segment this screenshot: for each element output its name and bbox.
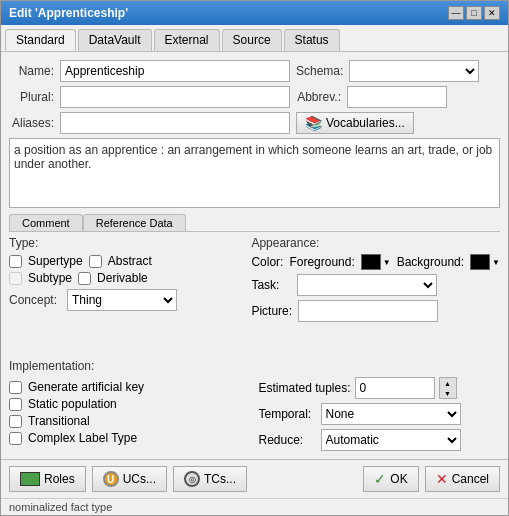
title-bar: Edit 'Apprenticeship' — □ ✕ <box>1 1 508 25</box>
foreground-color-box <box>361 254 381 270</box>
transitional-row: Transitional <box>9 414 251 428</box>
static-pop-label: Static population <box>28 397 117 411</box>
tab-datavault[interactable]: DataVault <box>78 29 152 51</box>
subtype-row: Subtype Derivable <box>9 271 239 285</box>
vocabularies-button[interactable]: 📚 Vocabularies... <box>296 112 414 134</box>
left-column: Type: Supertype Abstract Subtype Derivab… <box>9 236 239 355</box>
impl-row: Generate artificial key Static populatio… <box>9 377 500 451</box>
tcs-button[interactable]: ◎ TCs... <box>173 466 247 492</box>
sub-tab-reference-data[interactable]: Reference Data <box>83 214 186 231</box>
concept-row: Concept: Thing <box>9 289 239 311</box>
estimated-tuples-input[interactable] <box>355 377 435 399</box>
foreground-color-picker[interactable]: ▼ <box>361 254 391 270</box>
task-label: Task: <box>251 278 291 292</box>
reduce-row: Reduce: Automatic <box>259 429 501 451</box>
supertype-row: Supertype Abstract <box>9 254 239 268</box>
tabs-bar: Standard DataVault External Source Statu… <box>1 25 508 52</box>
uc-icon: U <box>103 471 119 487</box>
transitional-label: Transitional <box>28 414 90 428</box>
subtype-checkbox[interactable] <box>9 272 22 285</box>
derivable-checkbox[interactable] <box>78 272 91 285</box>
bottom-left-buttons: Roles U UCs... ◎ TCs... <box>9 466 247 492</box>
tab-source[interactable]: Source <box>222 29 282 51</box>
derivable-label: Derivable <box>97 271 148 285</box>
spinbox-buttons: ▲ ▼ <box>439 377 457 399</box>
concept-select[interactable]: Thing <box>67 289 177 311</box>
temporal-row: Temporal: None <box>259 403 501 425</box>
tab-external[interactable]: External <box>154 29 220 51</box>
roles-button[interactable]: Roles <box>9 466 86 492</box>
supertype-label: Supertype <box>28 254 83 268</box>
description-text: a position as an apprentice : an arrange… <box>14 143 492 171</box>
transitional-checkbox[interactable] <box>9 415 22 428</box>
description-area[interactable]: a position as an apprentice : an arrange… <box>9 138 500 208</box>
name-row: Name: Schema: <box>9 60 500 82</box>
aliases-input[interactable] <box>60 112 290 134</box>
window-title: Edit 'Apprenticeship' <box>9 6 128 20</box>
abbrev-input[interactable] <box>347 86 447 108</box>
complex-label-row: Complex Label Type <box>9 431 251 445</box>
aliases-row: Aliases: 📚 Vocabularies... <box>9 112 500 134</box>
impl-checkboxes: Generate artificial key Static populatio… <box>9 380 251 448</box>
plural-input[interactable] <box>60 86 290 108</box>
background-label: Background: <box>397 255 464 269</box>
temporal-select[interactable]: None <box>321 403 461 425</box>
generate-key-label: Generate artificial key <box>28 380 144 394</box>
task-row: Task: <box>251 274 500 296</box>
bottom-right-buttons: ✓ OK ✕ Cancel <box>363 466 500 492</box>
background-color-box <box>470 254 490 270</box>
color-label: Color: <box>251 255 283 269</box>
estimated-tuples-label: Estimated tuples: <box>259 381 351 395</box>
foreground-dropdown-arrow: ▼ <box>383 258 391 267</box>
main-window: Edit 'Apprenticeship' — □ ✕ Standard Dat… <box>0 0 509 516</box>
cancel-button[interactable]: ✕ Cancel <box>425 466 500 492</box>
supertype-checkbox[interactable] <box>9 255 22 268</box>
cancel-x-icon: ✕ <box>436 471 448 487</box>
background-color-picker[interactable]: ▼ <box>470 254 500 270</box>
sub-tabs: Comment Reference Data <box>9 214 500 232</box>
ok-check-icon: ✓ <box>374 471 386 487</box>
estimated-tuples-row: Estimated tuples: ▲ ▼ <box>259 377 501 399</box>
tc-icon: ◎ <box>184 471 200 487</box>
type-section-title: Type: <box>9 236 239 250</box>
ok-button[interactable]: ✓ OK <box>363 466 418 492</box>
complex-label-checkbox[interactable] <box>9 432 22 445</box>
vocab-icon: 📚 <box>305 115 322 131</box>
bottom-bar: Roles U UCs... ◎ TCs... ✓ OK ✕ Cancel <box>1 459 508 498</box>
concept-label: Concept: <box>9 293 61 307</box>
two-column-section: Type: Supertype Abstract Subtype Derivab… <box>9 236 500 355</box>
abbrev-label: Abbrev.: <box>296 90 341 104</box>
abstract-label: Abstract <box>108 254 152 268</box>
status-bar: nominalized fact type <box>1 498 508 515</box>
plural-row: Plural: Abbrev.: <box>9 86 500 108</box>
right-column: Appearance: Color: Foreground: ▼ Backgro… <box>251 236 500 355</box>
close-button[interactable]: ✕ <box>484 6 500 20</box>
complex-label-label: Complex Label Type <box>28 431 137 445</box>
picture-label: Picture: <box>251 304 292 318</box>
picture-row: Picture: <box>251 300 500 322</box>
ucs-button[interactable]: U UCs... <box>92 466 167 492</box>
minimize-button[interactable]: — <box>448 6 464 20</box>
maximize-button[interactable]: □ <box>466 6 482 20</box>
content-area: Name: Schema: Plural: Abbrev.: Aliases: … <box>1 52 508 459</box>
reduce-label: Reduce: <box>259 433 317 447</box>
tab-status[interactable]: Status <box>284 29 340 51</box>
spinbox-up-button[interactable]: ▲ <box>440 378 456 388</box>
generate-key-checkbox[interactable] <box>9 381 22 394</box>
name-input[interactable] <box>60 60 290 82</box>
name-label: Name: <box>9 64 54 78</box>
sub-tab-comment[interactable]: Comment <box>9 214 83 231</box>
schema-label: Schema: <box>296 64 343 78</box>
schema-select[interactable] <box>349 60 479 82</box>
temporal-label: Temporal: <box>259 407 317 421</box>
task-select[interactable] <box>297 274 437 296</box>
static-pop-checkbox[interactable] <box>9 398 22 411</box>
abstract-checkbox[interactable] <box>89 255 102 268</box>
background-dropdown-arrow: ▼ <box>492 258 500 267</box>
spinbox-down-button[interactable]: ▼ <box>440 388 456 398</box>
picture-input[interactable] <box>298 300 438 322</box>
color-row: Color: Foreground: ▼ Background: ▼ <box>251 254 500 270</box>
tab-standard[interactable]: Standard <box>5 29 76 51</box>
reduce-select[interactable]: Automatic <box>321 429 461 451</box>
subtype-label: Subtype <box>28 271 72 285</box>
